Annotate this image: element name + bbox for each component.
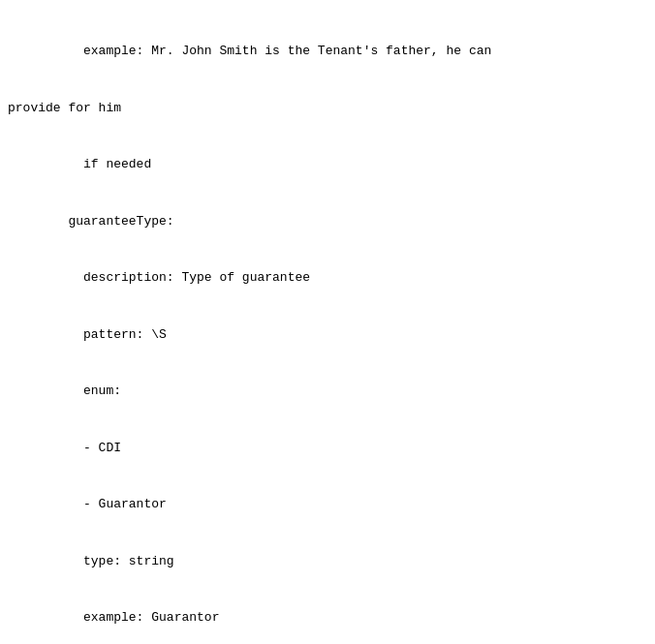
line-3: if needed [0,155,655,174]
line-7: enum: [0,382,655,401]
line-6: pattern: \S [0,325,655,345]
line-1: example: Mr. John Smith is the Tenant's … [0,42,655,61]
line-10: type: string [0,552,655,571]
line-11: example: Guarantor [0,608,655,628]
code-content: example: Mr. John Smith is the Tenant's … [0,0,655,644]
line-9: - Guarantor [0,495,655,514]
line-8: - CDI [0,439,655,458]
line-4: guaranteeType: [0,212,655,231]
line-5: description: Type of guarantee [0,268,655,288]
line-2: provide for him [0,99,655,118]
